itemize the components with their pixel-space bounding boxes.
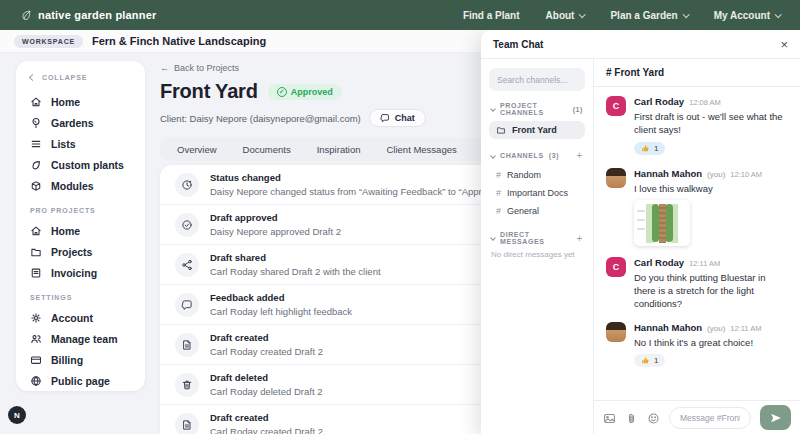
chat-message: Hannah Mahon (you) 12:10 AM I love this …	[606, 168, 788, 246]
channel-item-general[interactable]: # General	[489, 202, 585, 220]
nav-my-account[interactable]: My Account	[714, 10, 780, 21]
sidebar-item-lists[interactable]: Lists	[30, 133, 131, 154]
chevron-down-icon	[490, 153, 496, 159]
brand-name: native garden planner	[38, 9, 157, 21]
chevron-down-icon	[490, 235, 496, 241]
chevron-down-icon	[682, 11, 689, 18]
status-badge: ✓ Approved	[268, 84, 342, 100]
sidebar-item-modules[interactable]: Modules	[30, 175, 131, 196]
dm-empty-text: No direct messages yet	[491, 250, 583, 259]
add-dm-button[interactable]: +	[577, 233, 583, 244]
avatar	[606, 322, 626, 342]
globe-icon	[30, 375, 42, 387]
emoji-icon[interactable]	[647, 411, 660, 424]
gear-icon	[30, 312, 42, 324]
message-composer	[594, 400, 800, 434]
avatar	[606, 168, 626, 188]
section-direct-messages[interactable]: DIRECT MESSAGES +	[491, 231, 583, 245]
sidebar-section-settings: SETTINGS	[30, 294, 131, 301]
credit-card-icon	[30, 354, 42, 366]
reaction-chip[interactable]: 1	[634, 142, 665, 155]
sidebar-item-custom-plants[interactable]: Custom plants	[30, 154, 131, 175]
list-icon	[30, 138, 42, 150]
status-clock-icon	[181, 179, 193, 191]
leaf-icon	[30, 159, 42, 171]
hash-icon: #	[496, 206, 501, 216]
share-icon	[181, 259, 193, 271]
folder-icon	[496, 125, 506, 135]
chat-message: C Carl Roday 12:11 AM Do you think putti…	[606, 257, 788, 311]
trash-icon	[181, 379, 193, 391]
sidebar-item-billing[interactable]: Billing	[30, 349, 131, 370]
panel-title: Team Chat	[493, 39, 543, 50]
paperclip-icon[interactable]	[625, 411, 638, 424]
workspace-badge: WORKSPACE	[14, 35, 83, 48]
sidebar-item-projects[interactable]: Projects	[30, 241, 131, 262]
chat-main: # Front Yard C Carl Roday 12:08 AM First…	[594, 59, 800, 434]
send-button[interactable]	[760, 405, 791, 430]
chat-message: C Carl Roday 12:08 AM First draft is out…	[606, 96, 788, 157]
chat-bubble-icon	[380, 113, 390, 123]
check-circle-icon	[181, 219, 193, 231]
sidebar-collapse-button[interactable]: COLLAPSE	[30, 74, 131, 81]
home-icon	[30, 225, 42, 237]
tree-icon	[30, 117, 42, 129]
tab-documents[interactable]: Documents	[230, 138, 304, 161]
sidebar-item-public-page[interactable]: Public page	[30, 370, 131, 391]
avatar: C	[606, 257, 626, 277]
nav-about[interactable]: About	[546, 10, 585, 21]
chat-button[interactable]: Chat	[369, 109, 426, 127]
thumbs-up-icon	[641, 356, 650, 365]
message-input[interactable]	[669, 407, 751, 429]
tab-overview[interactable]: Overview	[164, 138, 230, 161]
image-attach-icon[interactable]	[603, 411, 616, 424]
channel-header: # Front Yard	[594, 59, 800, 87]
document-icon	[181, 339, 193, 351]
close-icon[interactable]: ×	[780, 38, 788, 51]
hash-icon: #	[496, 170, 501, 180]
nav-links: Find a Plant About Plan a Garden My Acco…	[463, 10, 780, 21]
paper-plane-icon	[770, 412, 782, 424]
check-circle-icon: ✓	[277, 87, 287, 97]
team-chat-panel: Team Chat × PROJECT CHANNELS (1) Front Y…	[481, 30, 800, 434]
chevron-down-icon	[579, 11, 586, 18]
channel-item-front-yard[interactable]: Front Yard	[489, 121, 585, 139]
folder-icon	[30, 246, 42, 258]
search-channels-input[interactable]	[489, 68, 585, 91]
sidebar-item-manage-team[interactable]: Manage team	[30, 328, 131, 349]
sidebar-item-home[interactable]: Home	[30, 91, 131, 112]
brand-logo[interactable]: native garden planner	[20, 9, 157, 21]
reaction-chip[interactable]: 1	[634, 354, 665, 367]
team-icon	[30, 333, 42, 345]
chat-message: Hannah Mahon (you) 12:11 AM No I think i…	[606, 322, 788, 369]
arrow-left-icon: ←	[160, 63, 169, 73]
tab-inspiration[interactable]: Inspiration	[304, 138, 374, 161]
sidebar-item-pro-home[interactable]: Home	[30, 220, 131, 241]
sidebar-item-gardens[interactable]: Gardens	[30, 112, 131, 133]
section-project-channels[interactable]: PROJECT CHANNELS (1)	[491, 102, 583, 116]
sidebar: COLLAPSE Home Gardens Lists Custom plant…	[16, 61, 145, 391]
top-navigation: native garden planner Find a Plant About…	[0, 0, 800, 30]
sidebar-section-pro-projects: PRO PROJECTS	[30, 207, 131, 214]
home-icon	[30, 96, 42, 108]
sidebar-item-account[interactable]: Account	[30, 307, 131, 328]
garden-plan-attachment[interactable]	[634, 200, 690, 246]
avatar: C	[606, 96, 626, 116]
comment-icon	[181, 299, 193, 311]
user-avatar[interactable]: N	[8, 406, 26, 424]
nav-find-a-plant[interactable]: Find a Plant	[463, 10, 520, 21]
nav-plan-a-garden[interactable]: Plan a Garden	[610, 10, 687, 21]
workspace-name: Fern & Finch Native Landscaping	[92, 35, 266, 47]
add-channel-button[interactable]: +	[577, 150, 583, 161]
client-line: Client: Daisy Nepore (daisynepore@gmail.…	[160, 113, 361, 124]
chevron-left-icon	[29, 74, 36, 81]
section-channels[interactable]: CHANNELS (3) +	[491, 150, 583, 161]
channel-item-random[interactable]: # Random	[489, 166, 585, 184]
hash-icon: #	[496, 188, 501, 198]
channel-item-important-docs[interactable]: # Important Docs	[489, 184, 585, 202]
app-window: native garden planner Find a Plant About…	[0, 0, 800, 434]
thumbs-up-icon	[641, 144, 650, 153]
document-icon	[181, 419, 193, 431]
sidebar-item-invoicing[interactable]: Invoicing	[30, 262, 131, 283]
tab-client-messages[interactable]: Client Messages	[374, 138, 470, 161]
